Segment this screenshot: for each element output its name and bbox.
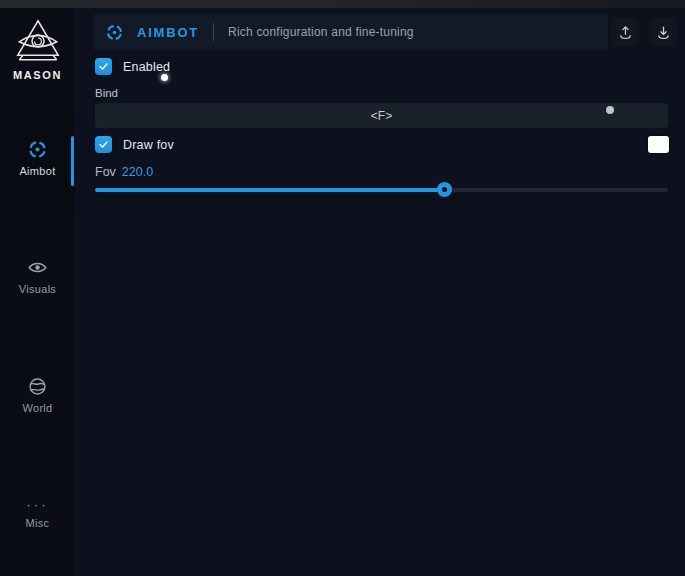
- page-header: AIMBOT Rich configuration and fine-tunin…: [93, 14, 608, 50]
- check-icon: [98, 61, 109, 72]
- draw-fov-checkbox[interactable]: [95, 136, 112, 153]
- bind-input[interactable]: <F>: [95, 103, 668, 128]
- sidebar-item-visuals[interactable]: Visuals: [0, 257, 75, 295]
- fov-slider-handle[interactable]: [437, 182, 452, 197]
- sidebar-item-label: World: [22, 402, 52, 414]
- eye-icon: [27, 257, 48, 278]
- window-top-strip: [0, 0, 685, 8]
- bind-field-dot: [606, 106, 614, 114]
- enabled-row: Enabled: [95, 58, 170, 75]
- upload-icon: [617, 24, 634, 41]
- eye-pyramid-icon: [14, 18, 62, 64]
- enabled-label: Enabled: [123, 60, 170, 74]
- sidebar-item-misc[interactable]: ··· Misc: [0, 500, 75, 529]
- ellipsis-icon: ···: [27, 500, 49, 512]
- fov-slider[interactable]: [95, 181, 668, 199]
- page-subtitle: Rich configuration and fine-tuning: [228, 25, 414, 39]
- main-panel: AIMBOT Rich configuration and fine-tunin…: [75, 8, 685, 576]
- bind-label: Bind: [95, 87, 118, 99]
- fov-slider-fill: [95, 188, 445, 192]
- draw-fov-row: Draw fov: [95, 136, 174, 153]
- header-divider: [213, 23, 214, 41]
- brand-name: MASON: [13, 69, 62, 81]
- draw-fov-label: Draw fov: [123, 138, 174, 152]
- sidebar-item-world[interactable]: World: [0, 376, 75, 414]
- globe-icon: [27, 376, 48, 397]
- sidebar: MASON Aimbot Visuals World: [0, 8, 75, 576]
- brand-logo: MASON: [0, 18, 75, 81]
- mason-menu-window: MASON Aimbot Visuals World: [0, 0, 685, 576]
- download-icon: [655, 24, 672, 41]
- crosshair-icon: [105, 23, 124, 42]
- fov-label-row: Fov 220.0: [95, 165, 153, 179]
- bind-value: <F>: [371, 109, 392, 123]
- check-icon: [98, 139, 109, 150]
- sidebar-item-label: Aimbot: [19, 165, 55, 177]
- mouse-cursor-dot: [161, 74, 168, 81]
- crosshair-icon: [27, 139, 48, 160]
- import-config-button[interactable]: [649, 18, 677, 46]
- page-title: AIMBOT: [137, 25, 199, 40]
- sidebar-item-label: Visuals: [19, 283, 56, 295]
- fov-label: Fov: [95, 165, 116, 179]
- sidebar-item-aimbot[interactable]: Aimbot: [0, 139, 75, 177]
- fov-value: 220.0: [122, 165, 153, 179]
- enabled-checkbox[interactable]: [95, 58, 112, 75]
- export-config-button[interactable]: [611, 18, 639, 46]
- fov-color-swatch[interactable]: [648, 136, 669, 153]
- sidebar-item-label: Misc: [26, 517, 50, 529]
